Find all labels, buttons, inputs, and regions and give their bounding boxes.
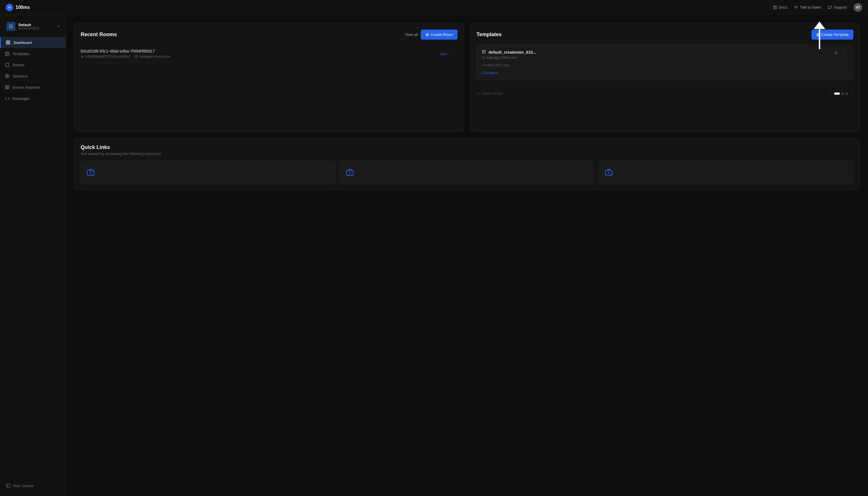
sidebar-item-sessions[interactable]: Sessions <box>0 71 66 81</box>
room-info: b0ca52d6-83c1-48a0-a4ba-7f4940f88d17 646… <box>81 49 440 59</box>
room-row-actions: Join ⋮ <box>440 50 458 57</box>
sidebar-item-developer[interactable]: Developer <box>0 93 66 104</box>
template-created: Created 461d ago <box>482 63 848 67</box>
sessions-icon <box>4 74 10 79</box>
sidebar-item-label: Events Inspector <box>13 85 41 90</box>
svg-rect-12 <box>5 63 9 66</box>
template-card-header: default_createown_633... aadi.app.100ms.… <box>482 50 848 60</box>
room-more-button[interactable]: ⋮ <box>450 50 458 57</box>
templates-title: Templates <box>477 32 502 37</box>
template-name: default_createown_633... <box>482 50 536 55</box>
sidebar: Default WORKSPACE ▾ Dashboard Templates <box>0 15 66 496</box>
plus-icon: ⊕ <box>425 32 429 37</box>
room-meta-hash: 646459eaa0753f12ba1636a7 <box>81 55 130 59</box>
room-meta: 646459eaa0753f12ba1636a7 instagram-live-… <box>81 55 440 59</box>
templates-icon <box>4 51 10 56</box>
svg-rect-21 <box>482 50 486 53</box>
workspace-sub: WORKSPACE <box>18 27 55 30</box>
layout: Default WORKSPACE ▾ Dashboard Templates <box>0 15 868 496</box>
pagination-controls: ‹ › <box>829 90 853 97</box>
svg-point-2 <box>797 7 797 7</box>
main-content: Recent Rooms View all ⊕ Create Room b0ca… <box>66 15 868 496</box>
pagination-prev[interactable]: ‹ <box>829 90 833 97</box>
quick-link-card-3[interactable] <box>599 161 853 184</box>
support-link[interactable]: Support <box>828 5 847 10</box>
plus-icon-template: ⊕ <box>816 32 820 37</box>
template-url: aadi.app.100ms.live <box>482 56 536 60</box>
talk-to-sales-link[interactable]: Talk to Sales <box>794 5 821 10</box>
room-row: b0ca52d6-83c1-48a0-a4ba-7f4940f88d17 646… <box>81 45 458 63</box>
sidebar-item-label: Rooms <box>13 63 25 67</box>
svg-marker-24 <box>814 21 825 29</box>
sidebar-item-label: Developer <box>13 96 30 101</box>
chevron-down-icon: ▾ <box>58 25 59 28</box>
page-dot-3[interactable] <box>846 92 848 95</box>
svg-rect-15 <box>5 86 7 87</box>
user-avatar[interactable]: AT <box>854 3 862 12</box>
room-id: b0ca52d6-83c1-48a0-a4ba-7f4940f88d17 <box>81 49 440 53</box>
svg-point-0 <box>7 5 12 10</box>
quick-link-card-2[interactable] <box>340 161 594 184</box>
create-template-button[interactable]: ⊕ Create Template <box>811 30 853 40</box>
sidebar-item-dashboard[interactable]: Dashboard <box>0 37 66 48</box>
sidebar-item-label: Dashboard <box>14 41 32 45</box>
sidebar-item-events-inspector[interactable]: Events Inspector <box>0 82 66 93</box>
view-all-link[interactable]: View all <box>405 32 418 37</box>
svg-rect-16 <box>7 86 9 87</box>
create-room-button[interactable]: ⊕ Create Room <box>421 30 458 40</box>
dashboard-icon <box>5 40 11 45</box>
events-inspector-icon <box>4 85 10 90</box>
quick-link-icon-3 <box>605 168 613 178</box>
hide-sidebar-button[interactable]: Hide Sidebar <box>2 481 63 490</box>
svg-rect-8 <box>8 41 10 42</box>
templates-header: Templates ⊕ Create Template <box>477 30 853 40</box>
recent-rooms-header: Recent Rooms View all ⊕ Create Room <box>81 30 458 40</box>
brand: 100ms <box>6 4 30 11</box>
quick-link-icon-1 <box>87 168 95 178</box>
quick-links-title: Quick Links <box>81 144 853 151</box>
templates-pagination: 11 TEMPLATES ‹ › <box>477 86 853 97</box>
quick-links-grid <box>81 161 853 184</box>
svg-rect-22 <box>482 57 485 58</box>
topnav: 100ms Docs Talk to Sales Support AT <box>0 0 868 15</box>
workspace-selector[interactable]: Default WORKSPACE ▾ <box>2 19 63 34</box>
sidebar-item-label: Sessions <box>13 74 28 78</box>
svg-rect-10 <box>8 43 10 44</box>
configure-template-link[interactable]: Configure <box>482 71 498 75</box>
docs-link[interactable]: Docs <box>773 5 787 10</box>
quick-link-card-1[interactable] <box>81 161 335 184</box>
svg-rect-3 <box>9 25 11 26</box>
quick-links-subtitle: Get started by accessing the following r… <box>81 152 853 156</box>
template-card: default_createown_633... aadi.app.100ms.… <box>477 45 853 80</box>
templates-panel: Templates ⊕ Create Template <box>470 23 860 132</box>
svg-rect-17 <box>5 88 7 89</box>
template-delete-label: D <box>835 51 838 55</box>
pagination-next[interactable]: › <box>850 90 853 97</box>
page-dot-2[interactable] <box>841 92 844 95</box>
sidebar-item-rooms[interactable]: Rooms <box>0 59 66 70</box>
join-room-link[interactable]: Join <box>440 52 447 56</box>
panels-grid: Recent Rooms View all ⊕ Create Room b0ca… <box>74 23 860 132</box>
svg-rect-4 <box>11 25 13 26</box>
svg-rect-20 <box>135 56 138 58</box>
rooms-icon <box>4 62 10 67</box>
svg-rect-11 <box>5 52 9 56</box>
workspace-info: Default WORKSPACE <box>18 23 55 30</box>
template-more-button[interactable]: ⋮ <box>840 50 848 56</box>
templates-count: 11 TEMPLATES <box>477 92 503 95</box>
quick-links-panel: Quick Links Get started by accessing the… <box>74 138 860 190</box>
workspace-name: Default <box>18 23 55 27</box>
svg-rect-7 <box>6 41 8 42</box>
page-dot-1[interactable] <box>834 92 840 95</box>
template-card-info: default_createown_633... aadi.app.100ms.… <box>482 50 536 60</box>
svg-rect-5 <box>9 27 11 28</box>
svg-rect-19 <box>6 484 10 487</box>
developer-icon <box>4 96 10 101</box>
sidebar-item-templates[interactable]: Templates <box>0 48 66 59</box>
svg-rect-18 <box>7 88 9 89</box>
templates-actions: ⊕ Create Template <box>811 30 853 40</box>
room-meta-template: instagram-live-clone <box>135 55 170 59</box>
template-card-actions: D ⋮ <box>835 50 848 56</box>
svg-rect-6 <box>11 27 13 28</box>
sidebar-item-label: Templates <box>13 52 30 56</box>
